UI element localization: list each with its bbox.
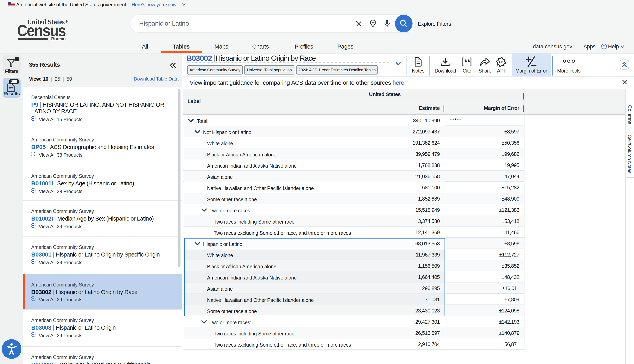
svg-text:?: ? (603, 44, 605, 48)
svg-text:API: API (498, 60, 503, 64)
